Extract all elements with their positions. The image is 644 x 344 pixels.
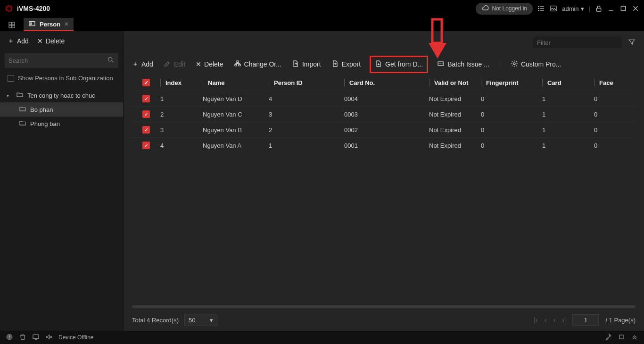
header-card[interactable]: Card xyxy=(542,79,594,86)
mute-icon[interactable] xyxy=(45,333,53,342)
tab-person[interactable]: Person ✕ xyxy=(24,18,74,31)
svg-point-20 xyxy=(108,57,112,61)
folder-icon xyxy=(16,91,24,100)
tree-item-bo-phan[interactable]: Bo phan xyxy=(0,102,123,117)
checkbox-icon[interactable] xyxy=(8,75,14,82)
show-sub-label: Show Persons in Sub Organization xyxy=(18,75,113,82)
table-row[interactable]: ✓ 4 Nguyen Van A 1 0001 Not Expired 0 1 … xyxy=(132,137,636,153)
export-button[interactable]: Export xyxy=(331,60,361,69)
org-icon xyxy=(234,60,241,69)
header-index[interactable]: Index xyxy=(160,79,203,86)
page-input[interactable] xyxy=(572,314,599,326)
filter-box[interactable] xyxy=(533,36,622,49)
search-icon[interactable] xyxy=(107,56,115,65)
batch-issue-button[interactable]: Batch Issue ... xyxy=(437,60,489,69)
import-button[interactable]: Import xyxy=(292,60,321,69)
pager-right: |‹ ‹ › ›| / 1 Page(s) xyxy=(534,314,636,326)
page-first-icon[interactable]: |‹ xyxy=(534,316,537,324)
cell-card: 1 xyxy=(542,142,594,149)
total-records-label: Total 4 Record(s) xyxy=(132,317,179,324)
page-next-icon[interactable]: › xyxy=(553,316,555,324)
change-org-label: Change Or... xyxy=(244,60,281,68)
sidebar-search[interactable] xyxy=(5,53,118,68)
tree-root[interactable]: ▾ Ten cong ty hoac to chuc xyxy=(0,88,123,102)
expand-up-icon[interactable] xyxy=(631,333,638,342)
chevron-down-icon: ▾ xyxy=(210,317,213,324)
content: ＋ Add Edit ✕ Delete Change Or... xyxy=(124,31,644,331)
row-checkbox[interactable]: ✓ xyxy=(142,95,150,102)
cloud-icon xyxy=(481,4,489,13)
header-name[interactable]: Name xyxy=(203,79,269,86)
header-card-no[interactable]: Card No. xyxy=(344,79,429,86)
tree-item-phong-ban[interactable]: Phong ban xyxy=(0,117,123,131)
filter-funnel-icon[interactable] xyxy=(628,38,636,47)
tabbar: Person ✕ xyxy=(0,17,644,31)
home-grid-button[interactable] xyxy=(5,19,19,31)
cell-person-id: 3 xyxy=(269,111,344,118)
trash-icon[interactable] xyxy=(19,333,26,342)
tab-close-icon[interactable]: ✕ xyxy=(64,21,69,27)
svg-rect-9 xyxy=(596,8,601,11)
app-title: iVMS-4200 xyxy=(17,5,50,12)
show-sub-org-toggle[interactable]: Show Persons in Sub Organization xyxy=(0,70,123,86)
restore-icon[interactable] xyxy=(618,333,625,342)
export-icon xyxy=(331,60,339,69)
svg-rect-15 xyxy=(12,22,15,25)
maximize-icon[interactable] xyxy=(619,5,627,12)
row-checkbox[interactable]: ✓ xyxy=(142,126,150,134)
toolbar-separator xyxy=(500,60,500,68)
svg-rect-23 xyxy=(235,64,237,66)
header-valid[interactable]: Valid or Not xyxy=(429,79,481,86)
lock-icon[interactable] xyxy=(595,5,603,12)
page-last-icon[interactable]: ›| xyxy=(562,316,566,324)
statusbar-left: Device Offline xyxy=(6,333,93,342)
minimize-icon[interactable] xyxy=(607,5,615,12)
row-checkbox[interactable]: ✓ xyxy=(142,110,150,118)
cell-person-id: 4 xyxy=(269,95,344,102)
header-person-id[interactable]: Person ID xyxy=(269,79,344,86)
horizontal-scrollbar[interactable] xyxy=(132,305,636,308)
cell-card: 1 xyxy=(542,126,594,134)
org-tree: ▾ Ten cong ty hoac to chuc Bo phan Phong… xyxy=(0,86,123,133)
cell-card-no: 0004 xyxy=(344,95,429,102)
custom-property-button[interactable]: Custom Pro... xyxy=(511,60,561,69)
get-from-device-button[interactable]: Get from D... xyxy=(371,57,427,72)
cell-face: 0 xyxy=(594,142,622,149)
tree-root-label: Ten cong ty hoac to chuc xyxy=(27,92,95,99)
edit-button[interactable]: Edit xyxy=(164,60,185,69)
cloud-status-badge[interactable]: Not Logged in xyxy=(476,3,533,15)
tree-collapse-icon[interactable]: ▾ xyxy=(7,93,12,98)
person-card-icon xyxy=(28,20,36,29)
page-size-select[interactable]: 50 ▾ xyxy=(184,314,217,326)
admin-dropdown[interactable]: admin ▾ xyxy=(562,5,584,12)
search-input[interactable] xyxy=(8,57,104,64)
close-icon[interactable] xyxy=(632,5,639,12)
cell-fingerprint: 0 xyxy=(481,111,542,118)
sidebar: ＋ Add ✕ Delete Show Persons in Sub Organ… xyxy=(0,31,124,331)
alert-icon[interactable] xyxy=(6,333,13,342)
filter-input[interactable] xyxy=(537,39,618,46)
table-row[interactable]: ✓ 3 Nguyen Van B 2 0002 Not Expired 0 1 … xyxy=(132,122,636,137)
svg-rect-18 xyxy=(29,21,35,25)
x-icon: ✕ xyxy=(37,37,43,45)
delete-button[interactable]: ✕ Delete xyxy=(196,60,223,68)
add-button[interactable]: ＋ Add xyxy=(132,60,153,68)
sidebar-delete-button[interactable]: ✕ Delete xyxy=(37,37,65,45)
picture-icon[interactable] xyxy=(550,5,557,12)
table-row[interactable]: ✓ 2 Nguyen Van C 3 0003 Not Expired 0 1 … xyxy=(132,106,636,122)
header-fingerprint[interactable]: Fingerprint xyxy=(481,79,542,86)
monitor-icon[interactable] xyxy=(32,333,40,342)
page-prev-icon[interactable]: ‹ xyxy=(545,316,547,324)
cell-card: 1 xyxy=(542,95,594,102)
change-org-button[interactable]: Change Or... xyxy=(234,60,281,69)
svg-rect-14 xyxy=(9,22,11,25)
list-icon[interactable] xyxy=(537,5,545,12)
pin-icon[interactable] xyxy=(604,333,612,342)
header-checkbox[interactable]: ✓ xyxy=(132,79,160,86)
toolbar: ＋ Add Edit ✕ Delete Change Or... xyxy=(124,54,644,75)
table-row[interactable]: ✓ 1 Nguyen Van D 4 0004 Not Expired 0 1 … xyxy=(132,91,636,106)
header-face[interactable]: Face xyxy=(594,79,622,86)
device-offline-label: Device Offline xyxy=(58,334,93,341)
row-checkbox[interactable]: ✓ xyxy=(142,142,150,149)
sidebar-add-button[interactable]: ＋ Add xyxy=(8,37,29,45)
